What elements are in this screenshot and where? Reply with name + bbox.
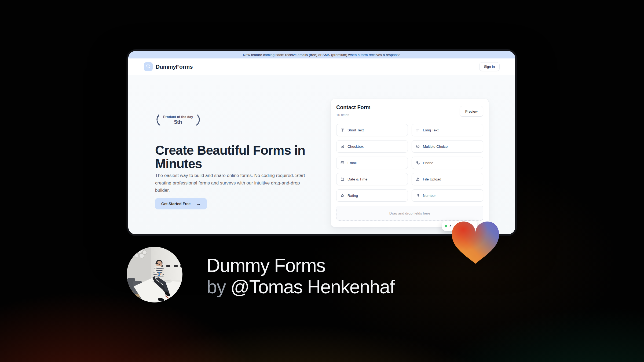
email-icon: [340, 161, 345, 165]
attribution-by: by: [207, 276, 226, 297]
award-title: Product of the day: [163, 115, 193, 119]
short-text-icon: [340, 128, 345, 132]
phone-icon: [416, 161, 420, 165]
attribution-text: Dummy Forms by @Tomas Henkenhaf: [207, 255, 394, 298]
number-icon: [416, 193, 420, 198]
form-card-header: Contact Form 10 fields Preview: [336, 104, 483, 117]
field-short-text-button[interactable]: Short Text: [336, 124, 408, 136]
field-email-button[interactable]: Email: [336, 157, 408, 169]
form-field-count: 10 fields: [336, 113, 371, 117]
checkbox-icon: [340, 144, 345, 149]
dropzone-hint: Drag and drop fields here: [389, 211, 430, 215]
dummyforms-logo-icon: [144, 62, 153, 71]
form-title: Contact Form: [336, 104, 371, 110]
field-checkbox-button[interactable]: Checkbox: [336, 140, 408, 153]
field-rating-button[interactable]: Rating: [336, 189, 408, 202]
long-text-icon: [416, 128, 420, 132]
green-dot-icon: [445, 225, 447, 227]
file-upload-icon: [416, 177, 420, 181]
site-header: DummyForms Sign In: [128, 58, 515, 75]
laurel-right-icon: [196, 114, 202, 126]
brand-name: DummyForms: [156, 64, 193, 70]
laurel-left-icon: [155, 114, 161, 126]
get-started-label: Get Started Free: [161, 202, 191, 206]
rating-icon: [340, 193, 345, 198]
sign-in-button[interactable]: Sign In: [479, 62, 500, 71]
product-of-the-day-badge: Product of the day 5th: [155, 114, 202, 126]
gradient-heart-icon: [450, 217, 501, 265]
get-started-button[interactable]: Get Started Free →: [155, 198, 207, 209]
award-rank: 5th: [174, 119, 182, 125]
creator-avatar-photo: [127, 247, 182, 302]
page: { "banner": { "text": "New feature comin…: [0, 0, 644, 362]
form-builder-card: Contact Form 10 fields Preview Short Tex…: [331, 99, 489, 227]
browser-window: New feature coming soon: receive emails …: [128, 51, 515, 234]
multiple-choice-icon: [416, 144, 420, 149]
date-time-icon: [340, 177, 345, 181]
hero-description: The easiest way to build and share onlin…: [155, 172, 313, 194]
announcement-banner: New feature coming soon: receive emails …: [128, 51, 515, 58]
hero-title: Create Beautiful Forms inMinutes: [155, 144, 321, 171]
field-long-text-button[interactable]: Long Text: [412, 124, 483, 136]
attribution-product-name: Dummy Forms: [207, 255, 394, 276]
field-type-grid: Short Text Long Text Checkbox Multiple C…: [336, 124, 483, 202]
field-multiple-choice-button[interactable]: Multiple Choice: [412, 140, 483, 153]
field-number-button[interactable]: Number: [412, 189, 483, 202]
preview-button[interactable]: Preview: [460, 106, 483, 117]
announcement-text: New feature coming soon: receive emails …: [243, 53, 401, 57]
hero-section: Product of the day 5th Create Beautiful …: [128, 75, 515, 234]
field-date-time-button[interactable]: Date & Time: [336, 173, 408, 185]
attribution-author: @Tomas Henkenhaf: [230, 276, 394, 297]
field-file-upload-button[interactable]: File Upload: [412, 173, 483, 185]
field-phone-button[interactable]: Phone: [412, 157, 483, 169]
selection-cursor-icon: [145, 64, 151, 69]
arrow-right-icon: →: [196, 201, 201, 206]
